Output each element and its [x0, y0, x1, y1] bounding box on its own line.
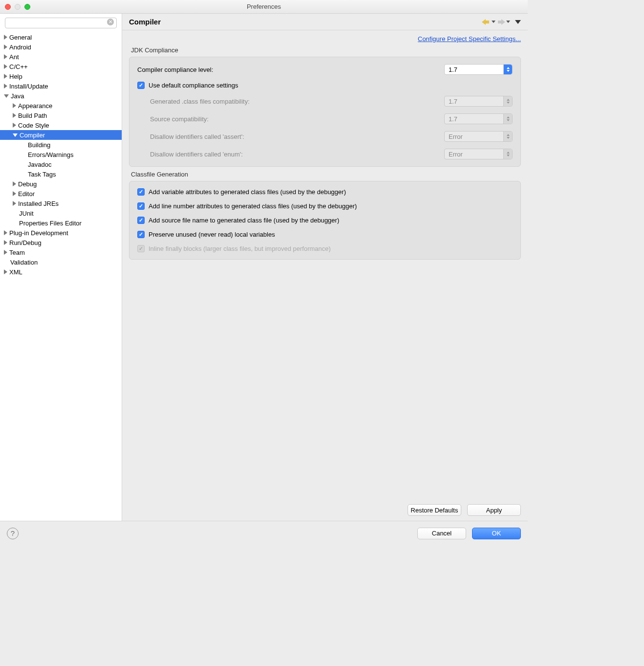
generated-compat-select: 1.7 — [444, 96, 513, 107]
tree-item[interactable]: Android — [0, 42, 122, 52]
tree-item-label: Android — [9, 44, 31, 51]
tree-item[interactable]: Task Tags — [0, 169, 122, 179]
add-line-number-checkbox[interactable] — [137, 202, 145, 210]
add-source-file-checkbox[interactable] — [137, 217, 145, 224]
inline-finally-checkbox — [137, 245, 145, 252]
disclosure-down-icon[interactable] — [13, 133, 18, 137]
disclosure-right-icon[interactable] — [4, 84, 7, 89]
disclosure-right-icon[interactable] — [4, 54, 7, 59]
disclosure-right-icon[interactable] — [13, 201, 16, 206]
tree-item-label: JUnit — [19, 210, 34, 217]
cancel-button[interactable]: Cancel — [417, 528, 466, 539]
source-compat-select: 1.7 — [444, 113, 513, 124]
tree-item[interactable]: Code Style — [0, 120, 122, 130]
nav-back-button[interactable] — [482, 19, 495, 25]
tree-item[interactable]: Debug — [0, 179, 122, 189]
tree-item-label: Installed JREs — [18, 200, 59, 207]
dropdown-handle-icon — [503, 149, 512, 159]
tree-item[interactable]: Compiler — [0, 130, 122, 140]
dropdown-handle-icon — [503, 96, 512, 106]
help-button[interactable]: ? — [7, 528, 19, 539]
disclosure-right-icon[interactable] — [4, 250, 7, 255]
add-var-attrs-label: Add variable attributes to generated cla… — [149, 188, 346, 196]
generated-compat-value: 1.7 — [449, 98, 457, 105]
tree-item-label: Java — [11, 92, 24, 100]
arrow-forward-icon — [496, 19, 505, 25]
use-default-checkbox[interactable] — [137, 82, 145, 89]
disallow-assert-value: Error — [449, 133, 463, 140]
tree-item[interactable]: Javadoc — [0, 159, 122, 169]
dropdown-handle-icon — [503, 65, 512, 74]
arrow-back-icon — [482, 19, 491, 25]
tree-item[interactable]: Ant — [0, 52, 122, 62]
tree-item[interactable]: C/C++ — [0, 62, 122, 71]
source-compat-label: Source compatibility: — [150, 115, 444, 123]
dropdown-handle-icon — [503, 114, 512, 124]
nav-forward-button[interactable] — [496, 19, 510, 25]
tree-item[interactable]: Validation — [0, 257, 122, 267]
view-menu-icon[interactable] — [515, 20, 521, 24]
ok-button[interactable]: OK — [472, 528, 521, 539]
main-panel: Compiler Configure Project Specific Sett… — [122, 14, 528, 521]
filter-input[interactable] — [5, 18, 117, 28]
tree-item[interactable]: Building — [0, 140, 122, 150]
apply-button[interactable]: Apply — [467, 504, 521, 516]
restore-defaults-button[interactable]: Restore Defaults — [408, 504, 461, 516]
tree-item-label: Code Style — [18, 122, 49, 129]
disclosure-right-icon[interactable] — [4, 240, 7, 245]
disclosure-right-icon[interactable] — [4, 64, 7, 69]
tree-item[interactable]: JUnit — [0, 208, 122, 218]
tree-item[interactable]: Editor — [0, 189, 122, 199]
disclosure-right-icon[interactable] — [4, 35, 7, 40]
tree-item[interactable]: Properties Files Editor — [0, 218, 122, 228]
tree-item[interactable]: Java — [0, 91, 122, 101]
disallow-enum-label: Disallow identifiers called 'enum': — [150, 151, 444, 158]
tree-item[interactable]: Plug-in Development — [0, 228, 122, 238]
tree-item[interactable]: XML — [0, 267, 122, 277]
page-title: Compiler — [129, 18, 161, 26]
tree-item-label: Appearance — [18, 102, 52, 110]
tree-item-label: XML — [9, 268, 22, 276]
generated-compat-label: Generated .class files compatibility: — [150, 98, 444, 105]
tree-item[interactable]: Errors/Warnings — [0, 150, 122, 159]
tree-item[interactable]: Install/Update — [0, 81, 122, 91]
tree-item-label: Validation — [10, 259, 38, 266]
disclosure-right-icon[interactable] — [13, 103, 16, 108]
spacer-icon — [13, 221, 17, 225]
tree-item-label: Task Tags — [28, 171, 56, 178]
disclosure-right-icon[interactable] — [4, 230, 7, 235]
disclosure-down-icon[interactable] — [4, 94, 9, 98]
tree-item[interactable]: Appearance — [0, 101, 122, 111]
jdk-section-label: JDK Compliance — [131, 46, 521, 54]
compliance-level-select[interactable]: 1.7 — [444, 64, 513, 75]
tree-item[interactable]: Installed JREs — [0, 199, 122, 208]
tree-item-label: Editor — [18, 190, 35, 198]
disclosure-right-icon[interactable] — [13, 181, 16, 186]
tree-item-label: Compiler — [20, 132, 45, 139]
disclosure-right-icon[interactable] — [13, 123, 16, 128]
disclosure-right-icon[interactable] — [13, 191, 16, 196]
tree-item[interactable]: Team — [0, 247, 122, 257]
add-line-number-label: Add line number attributes to generated … — [149, 202, 357, 210]
disclosure-right-icon[interactable] — [4, 44, 7, 49]
disclosure-right-icon[interactable] — [4, 269, 7, 274]
tree-item-label: Help — [9, 73, 22, 80]
configure-project-link[interactable]: Configure Project Specific Settings... — [418, 35, 521, 43]
tree-item[interactable]: Run/Debug — [0, 238, 122, 247]
tree-item[interactable]: General — [0, 32, 122, 42]
tree-item-label: Ant — [9, 53, 19, 61]
preference-tree[interactable]: GeneralAndroidAntC/C++HelpInstall/Update… — [0, 32, 122, 521]
preserve-unused-checkbox[interactable] — [137, 231, 145, 238]
add-var-attrs-checkbox[interactable] — [137, 188, 145, 196]
disallow-assert-label: Disallow identifiers called 'assert': — [150, 133, 444, 140]
disclosure-right-icon[interactable] — [4, 74, 7, 79]
dialog-footer: ? Cancel OK — [0, 521, 528, 545]
spacer-icon — [21, 162, 26, 167]
tree-item-label: C/C++ — [9, 63, 28, 70]
tree-item[interactable]: Build Path — [0, 111, 122, 120]
disclosure-right-icon[interactable] — [13, 113, 16, 118]
clear-filter-icon[interactable]: ✕ — [107, 19, 114, 25]
spacer-icon — [21, 152, 26, 157]
tree-item[interactable]: Help — [0, 71, 122, 81]
disallow-enum-value: Error — [449, 151, 463, 158]
